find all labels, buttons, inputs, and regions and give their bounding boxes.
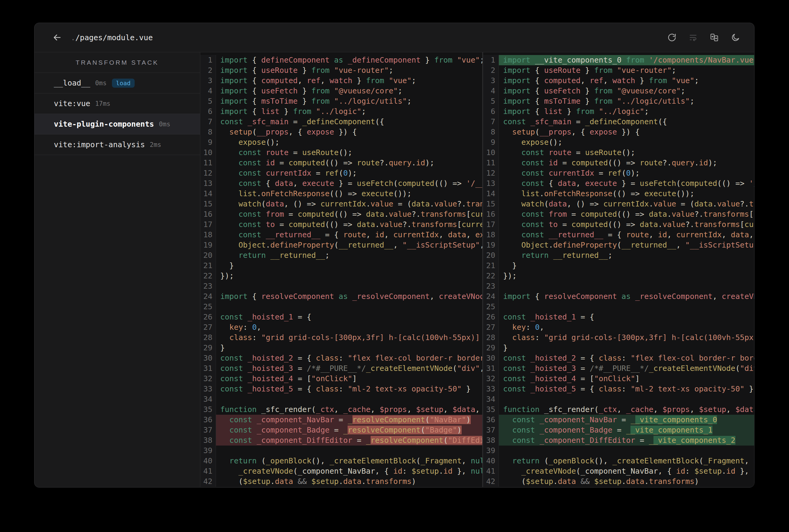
- transform-stack-item-vite-plugin-components[interactable]: vite-plugin-components0ms: [35, 114, 200, 134]
- line-number: 42: [200, 476, 216, 487]
- line-number: 8: [200, 127, 216, 137]
- code-line: 18 const __returned__ = { route, id, cur…: [483, 230, 754, 240]
- line-number: 33: [483, 384, 499, 394]
- code-line: 33const _hoisted_5 = { class: "ml-2 text…: [483, 384, 754, 394]
- code-text: const _hoisted_2 = { class: "flex flex-c…: [499, 353, 754, 363]
- code-text: const from = computed(() => data.value?.…: [499, 209, 754, 220]
- line-number: 31: [200, 363, 216, 374]
- line-number: 11: [200, 158, 216, 168]
- code-line: 40 return (_openBlock(), _createElementB…: [200, 456, 482, 466]
- line-number: 35: [200, 404, 216, 415]
- transform-stack-item-__load__[interactable]: __load__0msload: [35, 73, 200, 93]
- line-number: 23: [200, 281, 216, 291]
- code-line: 38 const _component_DiffEditor = __vite_…: [483, 435, 754, 445]
- code-text: const _component_DiffEditor = __vite_com…: [499, 435, 754, 445]
- line-number: 26: [200, 312, 216, 322]
- inspector-window: ./pages/module.vue: [34, 23, 754, 488]
- line-number: 20: [200, 250, 216, 261]
- line-number: 1: [200, 55, 216, 65]
- code-line: 17 const to = computed(() => data.value?…: [483, 220, 754, 230]
- code-line: 33const _hoisted_5 = { class: "ml-2 text…: [200, 384, 482, 394]
- code-line: 22});: [483, 271, 754, 281]
- main-content: TRANSFORM STACK __load__0msloadvite:vue1…: [35, 52, 754, 487]
- code-text: setup(__props, { expose }) {: [499, 127, 754, 137]
- line-number: 11: [483, 158, 499, 168]
- code-text: import { msToTime } from "../logic/utils…: [499, 96, 754, 107]
- line-number: 36: [483, 415, 499, 425]
- line-number: 25: [483, 302, 499, 312]
- code-text: [216, 445, 482, 456]
- code-line: 10 const route = useRoute();: [483, 148, 754, 158]
- line-number: 28: [483, 332, 499, 343]
- code-text: import { list } from "../logic";: [216, 107, 482, 117]
- line-number: 17: [200, 220, 216, 230]
- line-number: 39: [483, 445, 499, 456]
- line-number: 4: [483, 86, 499, 96]
- code-line: 7const _sfc_main = _defineComponent({: [200, 117, 482, 127]
- line-number: 14: [200, 189, 216, 199]
- refresh-icon[interactable]: [667, 33, 677, 42]
- line-number: 13: [483, 178, 499, 189]
- diff-left-panel: 1import { defineComponent as _defineComp…: [200, 52, 482, 487]
- transform-stack-item-vite:vue[interactable]: vite:vue17ms: [35, 93, 200, 114]
- transform-stack-header: TRANSFORM STACK: [35, 52, 200, 73]
- code-line: 9 expose();: [200, 137, 482, 148]
- code-line: 35function _sfc_render(_ctx, _cache, $pr…: [483, 404, 754, 415]
- line-number: 2: [483, 65, 499, 76]
- code-text: [216, 281, 482, 291]
- back-arrow-icon: [52, 32, 62, 43]
- code-line: 15 watch(data, () => currentIdx.value = …: [200, 199, 482, 209]
- line-number: 34: [483, 394, 499, 404]
- code-text: const { data, execute } = useFetch(compu…: [216, 178, 482, 189]
- back-button[interactable]: [51, 32, 63, 43]
- split-view-icon[interactable]: [710, 33, 719, 42]
- line-number: 16: [200, 209, 216, 220]
- line-number: 6: [483, 107, 499, 117]
- code-line: 27 key: 0,: [200, 322, 482, 332]
- plugin-time: 2ms: [150, 141, 161, 148]
- code-line: 32const _hoisted_4 = ["onClick"]: [200, 374, 482, 384]
- line-number: 9: [200, 137, 216, 148]
- code-line: 28 class: "grid grid-cols-[300px,3fr] h-…: [200, 332, 482, 343]
- code-line: 9 expose();: [483, 137, 754, 148]
- code-text: const currentIdx = ref(0);: [216, 168, 482, 178]
- code-text: ($setup.data && $setup.data.transforms): [499, 476, 754, 487]
- code-line: 3import { computed, ref, watch } from "v…: [200, 76, 482, 86]
- line-number: 18: [200, 230, 216, 240]
- code-line: 2import { useRoute } from "vue-router";: [200, 65, 482, 76]
- line-number: 38: [200, 435, 216, 445]
- line-number: 30: [200, 353, 216, 363]
- transform-stack-title: TRANSFORM STACK: [76, 59, 159, 66]
- code-line: 36 const _component_NavBar = __vite_comp…: [483, 415, 754, 425]
- line-number: 16: [483, 209, 499, 220]
- line-number: 42: [483, 476, 499, 487]
- code-text: import { useRoute } from "vue-router";: [216, 65, 482, 76]
- dark-mode-icon[interactable]: [731, 33, 740, 42]
- line-number: 29: [200, 343, 216, 353]
- code-text: class: "grid grid-cols-[300px,3fr] h-[ca…: [499, 332, 754, 343]
- line-number: 19: [200, 240, 216, 250]
- code-text: });: [499, 271, 754, 281]
- line-number: 17: [483, 220, 499, 230]
- wrap-lines-icon[interactable]: [688, 33, 698, 42]
- code-text: import { resolveComponent as _resolveCom…: [216, 291, 482, 302]
- line-number: 21: [200, 261, 216, 271]
- code-text: _createVNode(_component_NavBar, { id: $s…: [499, 466, 754, 476]
- code-line: 8 setup(__props, { expose }) {: [200, 127, 482, 137]
- line-number: 34: [200, 394, 216, 404]
- code-line: 28 class: "grid grid-cols-[300px,3fr] h-…: [483, 332, 754, 343]
- code-text: const _component_Badge = _resolveCompone…: [216, 425, 482, 435]
- code-line: 4import { useFetch } from "@vueuse/core"…: [200, 86, 482, 96]
- header-bar: ./pages/module.vue: [35, 23, 754, 52]
- code-line: 34: [483, 394, 754, 404]
- code-text: key: 0,: [216, 322, 482, 332]
- transform-stack-item-vite:import-analysis[interactable]: vite:import-analysis2ms: [35, 134, 200, 155]
- line-number: 28: [200, 332, 216, 343]
- line-number: 1: [483, 55, 499, 65]
- plugin-time: 0ms: [159, 120, 170, 128]
- line-number: 13: [200, 178, 216, 189]
- code-line: 16 const from = computed(() => data.valu…: [483, 209, 754, 220]
- diff-left-lines: 1import { defineComponent as _defineComp…: [200, 55, 482, 487]
- line-number: 33: [200, 384, 216, 394]
- line-number: 40: [200, 456, 216, 466]
